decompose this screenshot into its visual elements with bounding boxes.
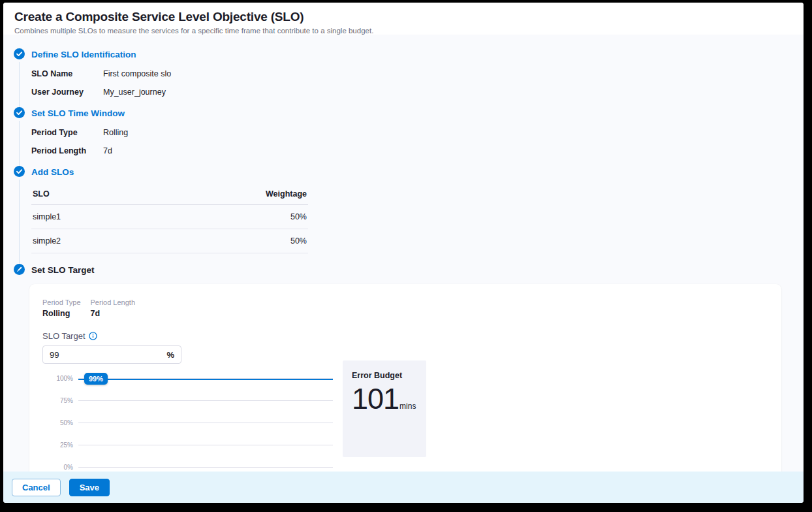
- target-line[interactable]: 99%: [78, 379, 333, 380]
- check-circle-icon: [14, 166, 25, 177]
- cancel-button[interactable]: Cancel: [12, 479, 61, 496]
- percent-suffix: %: [166, 350, 174, 360]
- save-button[interactable]: Save: [69, 479, 110, 496]
- period-length-label: Period Length: [91, 298, 136, 306]
- slo-weightage-table: SLO Weightage simple1 50% simple2 50%: [31, 184, 308, 253]
- check-circle-icon: [14, 48, 25, 59]
- create-composite-slo-page: Create a Composite Service Level Objecti…: [3, 3, 804, 503]
- edit-pencil-icon: [14, 264, 25, 275]
- field-value: My_user_journey: [103, 88, 166, 97]
- step-title-define-slo-identification[interactable]: Define SLO Identification: [31, 50, 136, 59]
- field-label: User Journey: [31, 88, 103, 97]
- period-type-summary: Period Type Rolling: [42, 298, 81, 318]
- field-value: First composite slo: [103, 69, 171, 78]
- y-axis-tick: 0%: [46, 464, 73, 471]
- gridline-25: [78, 445, 333, 445]
- step-title-set-slo-target[interactable]: Set SLO Target: [31, 265, 95, 275]
- error-budget-unit: mins: [399, 402, 416, 411]
- column-header-weightage: Weightage: [146, 184, 308, 205]
- slo-target-slider-handle[interactable]: 99%: [84, 373, 108, 385]
- y-axis-tick: 75%: [46, 397, 73, 404]
- field-slo-name: SLO Name First composite slo: [31, 69, 804, 78]
- slo-target-label: SLO Target: [42, 331, 86, 341]
- check-circle-icon: [14, 107, 25, 118]
- info-icon[interactable]: [89, 332, 97, 340]
- step-define-slo-identification: Define SLO Identification SLO Name First…: [3, 48, 804, 97]
- field-period-length: Period Length 7d: [31, 146, 804, 155]
- slo-target-chart: 100% 75% 50% 25% 0% 99%: [78, 378, 333, 467]
- table-row: simple1 50%: [31, 205, 308, 229]
- slo-target-input[interactable]: [50, 350, 166, 360]
- slo-name-cell: simple1: [31, 205, 146, 229]
- slo-target-input-wrap: %: [42, 345, 181, 364]
- field-label: Period Length: [31, 146, 103, 155]
- weightage-cell: 50%: [146, 229, 308, 253]
- table-row: simple2 50%: [31, 229, 308, 253]
- step-title-set-slo-time-window[interactable]: Set SLO Time Window: [31, 108, 125, 118]
- y-axis-tick: 100%: [46, 375, 73, 382]
- page-subtitle: Combines multiple SLOs to measure the se…: [14, 27, 792, 35]
- wizard-footer: Cancel Save: [3, 472, 804, 503]
- column-header-slo: SLO: [31, 184, 146, 205]
- field-period-type: Period Type Rolling: [31, 128, 804, 137]
- page-title: Create a Composite Service Level Objecti…: [14, 10, 792, 24]
- field-user-journey: User Journey My_user_journey: [31, 88, 804, 97]
- slo-name-cell: simple2: [31, 229, 146, 253]
- step-set-slo-time-window: Set SLO Time Window Period Type Rolling …: [3, 107, 804, 155]
- step-add-slos: Add SLOs SLO Weightage simple1 50%: [3, 166, 804, 253]
- step-set-slo-target: Set SLO Target Period Type Rolling Perio…: [3, 264, 804, 472]
- error-budget-value: 101: [352, 384, 399, 413]
- gridline-0: [78, 467, 333, 468]
- period-length-value: 7d: [91, 309, 136, 318]
- gridline-75: [78, 400, 333, 401]
- table-header-row: SLO Weightage: [31, 184, 308, 205]
- y-axis-tick: 50%: [46, 419, 73, 426]
- slo-target-card: Period Type Rolling Period Length 7d SLO…: [29, 284, 781, 472]
- field-label: Period Type: [31, 128, 103, 137]
- step-title-add-slos[interactable]: Add SLOs: [31, 167, 74, 177]
- slo-target-label-row: SLO Target: [42, 331, 768, 341]
- gridline-50: [78, 423, 333, 423]
- y-axis-tick: 25%: [46, 441, 73, 449]
- period-type-label: Period Type: [42, 298, 81, 306]
- error-budget-label: Error Budget: [352, 371, 417, 380]
- field-label: SLO Name: [31, 69, 103, 78]
- period-length-summary: Period Length 7d: [91, 298, 136, 318]
- period-type-value: Rolling: [42, 309, 81, 318]
- weightage-cell: 50%: [146, 205, 308, 229]
- wizard-content: Define SLO Identification SLO Name First…: [3, 35, 804, 472]
- error-budget-panel: Error Budget 101 mins: [343, 360, 426, 457]
- field-value: 7d: [103, 146, 112, 155]
- field-value: Rolling: [103, 128, 128, 137]
